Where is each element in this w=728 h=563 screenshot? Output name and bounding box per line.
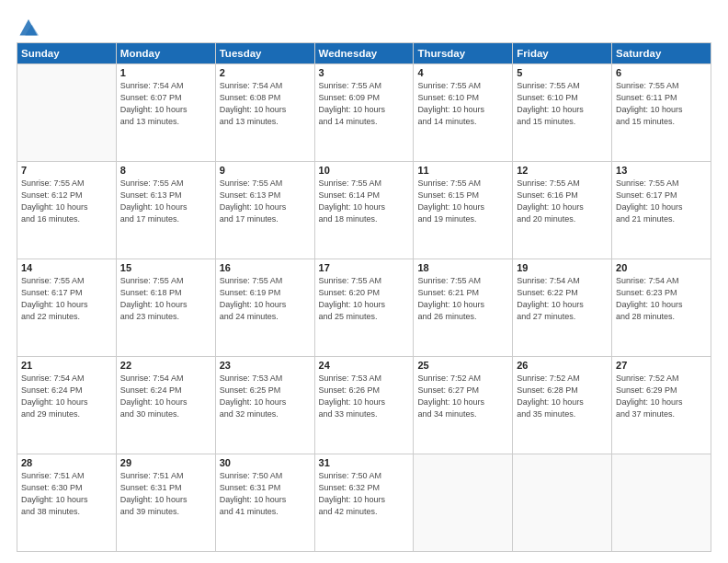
day-number: 18 — [417, 262, 508, 273]
calendar-cell — [612, 454, 711, 552]
calendar-cell: 8Sunrise: 7:55 AM Sunset: 6:13 PM Daylig… — [116, 162, 215, 259]
day-info: Sunrise: 7:55 AM Sunset: 6:10 PM Dayligh… — [517, 80, 608, 128]
day-info: Sunrise: 7:55 AM Sunset: 6:19 PM Dayligh… — [220, 275, 311, 323]
calendar-cell: 24Sunrise: 7:53 AM Sunset: 6:26 PM Dayli… — [314, 357, 414, 454]
calendar-cell: 5Sunrise: 7:55 AM Sunset: 6:10 PM Daylig… — [513, 64, 612, 162]
calendar-cell: 25Sunrise: 7:52 AM Sunset: 6:27 PM Dayli… — [414, 357, 513, 454]
calendar-cell: 7Sunrise: 7:55 AM Sunset: 6:12 PM Daylig… — [17, 162, 117, 259]
day-info: Sunrise: 7:54 AM Sunset: 6:07 PM Dayligh… — [120, 80, 211, 128]
calendar-cell: 1Sunrise: 7:54 AM Sunset: 6:07 PM Daylig… — [116, 64, 215, 162]
calendar-cell: 21Sunrise: 7:54 AM Sunset: 6:24 PM Dayli… — [17, 357, 117, 454]
calendar-cell: 12Sunrise: 7:55 AM Sunset: 6:16 PM Dayli… — [513, 162, 612, 259]
day-info: Sunrise: 7:55 AM Sunset: 6:17 PM Dayligh… — [21, 275, 112, 323]
day-number: 28 — [21, 457, 112, 468]
day-info: Sunrise: 7:54 AM Sunset: 6:24 PM Dayligh… — [120, 373, 211, 420]
day-info: Sunrise: 7:50 AM Sunset: 6:31 PM Dayligh… — [220, 470, 311, 518]
calendar-week-row: 7Sunrise: 7:55 AM Sunset: 6:12 PM Daylig… — [17, 162, 711, 259]
calendar-cell — [414, 454, 513, 552]
calendar-cell: 20Sunrise: 7:54 AM Sunset: 6:23 PM Dayli… — [612, 259, 711, 357]
calendar-week-row: 28Sunrise: 7:51 AM Sunset: 6:30 PM Dayli… — [17, 454, 711, 552]
calendar-cell: 17Sunrise: 7:55 AM Sunset: 6:20 PM Dayli… — [314, 259, 414, 357]
calendar-weekday: Sunday — [17, 43, 117, 64]
day-info: Sunrise: 7:55 AM Sunset: 6:11 PM Dayligh… — [616, 80, 707, 128]
day-info: Sunrise: 7:52 AM Sunset: 6:28 PM Dayligh… — [517, 373, 608, 420]
calendar-week-row: 1Sunrise: 7:54 AM Sunset: 6:07 PM Daylig… — [17, 64, 711, 162]
day-number: 1 — [120, 67, 211, 78]
calendar-cell: 4Sunrise: 7:55 AM Sunset: 6:10 PM Daylig… — [414, 64, 513, 162]
day-info: Sunrise: 7:51 AM Sunset: 6:30 PM Dayligh… — [21, 470, 112, 518]
calendar-cell: 22Sunrise: 7:54 AM Sunset: 6:24 PM Dayli… — [116, 357, 215, 454]
day-number: 10 — [319, 165, 410, 176]
day-number: 19 — [517, 262, 608, 273]
header — [17, 17, 711, 33]
day-number: 22 — [120, 360, 211, 371]
calendar-weekday: Thursday — [414, 43, 513, 64]
day-info: Sunrise: 7:55 AM Sunset: 6:10 PM Dayligh… — [417, 80, 508, 128]
day-info: Sunrise: 7:53 AM Sunset: 6:25 PM Dayligh… — [220, 373, 311, 420]
day-info: Sunrise: 7:55 AM Sunset: 6:13 PM Dayligh… — [220, 178, 311, 225]
day-number: 5 — [517, 67, 608, 78]
day-number: 3 — [319, 67, 410, 78]
calendar-cell: 28Sunrise: 7:51 AM Sunset: 6:30 PM Dayli… — [17, 454, 117, 552]
day-info: Sunrise: 7:50 AM Sunset: 6:32 PM Dayligh… — [319, 470, 410, 518]
day-info: Sunrise: 7:52 AM Sunset: 6:29 PM Dayligh… — [616, 373, 707, 420]
day-number: 30 — [220, 457, 311, 468]
day-number: 21 — [21, 360, 112, 371]
day-info: Sunrise: 7:53 AM Sunset: 6:26 PM Dayligh… — [319, 373, 410, 420]
calendar-week-row: 21Sunrise: 7:54 AM Sunset: 6:24 PM Dayli… — [17, 357, 711, 454]
calendar-weekday: Friday — [513, 43, 612, 64]
calendar-cell: 10Sunrise: 7:55 AM Sunset: 6:14 PM Dayli… — [314, 162, 414, 259]
day-number: 23 — [220, 360, 311, 371]
calendar-cell: 14Sunrise: 7:55 AM Sunset: 6:17 PM Dayli… — [17, 259, 117, 357]
day-info: Sunrise: 7:51 AM Sunset: 6:31 PM Dayligh… — [120, 470, 211, 518]
calendar-weekday: Wednesday — [314, 43, 414, 64]
calendar-cell: 27Sunrise: 7:52 AM Sunset: 6:29 PM Dayli… — [612, 357, 711, 454]
day-number: 11 — [417, 165, 508, 176]
day-info: Sunrise: 7:55 AM Sunset: 6:20 PM Dayligh… — [319, 275, 410, 323]
day-number: 31 — [319, 457, 410, 468]
day-info: Sunrise: 7:55 AM Sunset: 6:17 PM Dayligh… — [616, 178, 707, 225]
calendar-cell: 30Sunrise: 7:50 AM Sunset: 6:31 PM Dayli… — [215, 454, 314, 552]
day-info: Sunrise: 7:54 AM Sunset: 6:22 PM Dayligh… — [517, 275, 608, 323]
calendar-cell: 26Sunrise: 7:52 AM Sunset: 6:28 PM Dayli… — [513, 357, 612, 454]
day-info: Sunrise: 7:55 AM Sunset: 6:13 PM Dayligh… — [120, 178, 211, 225]
day-info: Sunrise: 7:52 AM Sunset: 6:27 PM Dayligh… — [417, 373, 508, 420]
calendar-cell — [513, 454, 612, 552]
day-number: 26 — [517, 360, 608, 371]
calendar-cell: 29Sunrise: 7:51 AM Sunset: 6:31 PM Dayli… — [116, 454, 215, 552]
calendar-header-row: SundayMondayTuesdayWednesdayThursdayFrid… — [17, 43, 711, 64]
day-info: Sunrise: 7:54 AM Sunset: 6:24 PM Dayligh… — [21, 373, 112, 420]
day-info: Sunrise: 7:55 AM Sunset: 6:21 PM Dayligh… — [417, 275, 508, 323]
day-info: Sunrise: 7:54 AM Sunset: 6:23 PM Dayligh… — [616, 275, 707, 323]
day-number: 25 — [417, 360, 508, 371]
calendar-cell: 31Sunrise: 7:50 AM Sunset: 6:32 PM Dayli… — [314, 454, 414, 552]
calendar-cell — [17, 64, 117, 162]
calendar-cell: 23Sunrise: 7:53 AM Sunset: 6:25 PM Dayli… — [215, 357, 314, 454]
logo — [17, 17, 39, 33]
day-info: Sunrise: 7:55 AM Sunset: 6:18 PM Dayligh… — [120, 275, 211, 323]
day-number: 13 — [616, 165, 707, 176]
calendar-cell: 3Sunrise: 7:55 AM Sunset: 6:09 PM Daylig… — [314, 64, 414, 162]
day-info: Sunrise: 7:55 AM Sunset: 6:15 PM Dayligh… — [417, 178, 508, 225]
day-info: Sunrise: 7:55 AM Sunset: 6:16 PM Dayligh… — [517, 178, 608, 225]
calendar-cell: 13Sunrise: 7:55 AM Sunset: 6:17 PM Dayli… — [612, 162, 711, 259]
day-number: 9 — [220, 165, 311, 176]
calendar-cell: 15Sunrise: 7:55 AM Sunset: 6:18 PM Dayli… — [116, 259, 215, 357]
logo-icon — [18, 17, 39, 37]
calendar-weekday: Saturday — [612, 43, 711, 64]
calendar-cell: 2Sunrise: 7:54 AM Sunset: 6:08 PM Daylig… — [215, 64, 314, 162]
day-number: 29 — [120, 457, 211, 468]
day-number: 20 — [616, 262, 707, 273]
calendar-cell: 11Sunrise: 7:55 AM Sunset: 6:15 PM Dayli… — [414, 162, 513, 259]
day-number: 6 — [616, 67, 707, 78]
calendar-cell: 19Sunrise: 7:54 AM Sunset: 6:22 PM Dayli… — [513, 259, 612, 357]
day-info: Sunrise: 7:55 AM Sunset: 6:09 PM Dayligh… — [319, 80, 410, 128]
day-number: 4 — [417, 67, 508, 78]
day-number: 27 — [616, 360, 707, 371]
calendar-weekday: Tuesday — [215, 43, 314, 64]
calendar-weekday: Monday — [116, 43, 215, 64]
day-number: 16 — [220, 262, 311, 273]
page: SundayMondayTuesdayWednesdayThursdayFrid… — [0, 0, 728, 563]
day-number: 12 — [517, 165, 608, 176]
day-number: 7 — [21, 165, 112, 176]
